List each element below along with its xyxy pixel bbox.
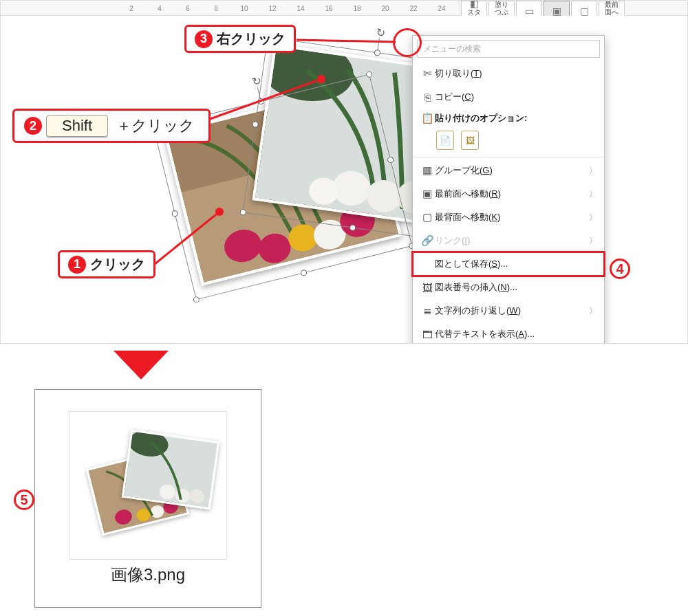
link-icon: 🔗: [420, 234, 435, 247]
callout-dot-shiftclick: [317, 75, 325, 83]
context-menu-search[interactable]: メニューの検索: [417, 40, 600, 58]
step-number-3: 3: [195, 30, 213, 48]
chevron-right-icon: 〉: [585, 188, 597, 200]
step-number-2: 2: [24, 117, 42, 135]
chevron-right-icon: 〉: [585, 165, 597, 177]
bring-front-icon: ▣: [420, 188, 435, 200]
context-insert-caption[interactable]: 🖼 図表番号の挿入(N)...: [413, 276, 604, 299]
copy-icon: ⎘: [420, 91, 435, 103]
step-number-4: 4: [610, 258, 630, 279]
arrow-down-icon: [114, 351, 169, 380]
result-thumbnail-panel: 画像3.png: [34, 389, 261, 608]
chevron-right-icon: 〉: [585, 305, 597, 317]
alt-text-icon: 🗔: [420, 329, 435, 340]
thumbnail-image: [122, 429, 220, 509]
callout-step-2: 2 Shift ＋クリック: [12, 109, 211, 143]
caption-icon: 🖼: [420, 282, 435, 294]
rotate-icon[interactable]: ↻: [250, 75, 263, 88]
main-screenshot: 24 68 1012 1416 1820 2224 26 ◧スタイル ▦塗りつぶ…: [0, 0, 688, 344]
send-back-icon: ▢: [420, 211, 435, 223]
callout-label: 右クリック: [217, 30, 286, 48]
ruler-ticks: 24 68 1012 1416 1820 2224 26: [125, 1, 477, 16]
context-copy[interactable]: ⎘ コピー(C): [413, 85, 604, 109]
context-send-to-back[interactable]: ▢ 最背面へ移動(K) 〉: [413, 206, 604, 229]
step-number-1: 1: [68, 256, 86, 274]
paste-option-keep-source[interactable]: 📄: [436, 131, 454, 150]
callout-label: クリック: [90, 255, 145, 274]
chevron-right-icon: 〉: [585, 212, 597, 223]
context-paste-options-header: 📋 貼り付けのオプション:: [413, 109, 604, 128]
context-save-as-picture[interactable]: 図として保存(S)...: [413, 252, 604, 276]
callout-label: ＋クリック: [116, 116, 195, 136]
keyboard-shift-key: Shift: [46, 115, 108, 137]
context-paste-options: 📄 🖼: [413, 128, 604, 155]
context-bring-to-front[interactable]: ▣ 最前面へ移動(R) 〉: [413, 182, 604, 206]
step-number-5: 5: [14, 490, 34, 510]
callout-step-1: 1 クリック: [58, 250, 155, 278]
file-thumbnail[interactable]: [69, 411, 227, 560]
context-group[interactable]: ▦ グループ化(G) 〉: [413, 159, 604, 182]
paste-icon: 📋: [420, 112, 435, 124]
context-menu: メニューの検索 ✄ 切り取り(T) ⎘ コピー(C) 📋 貼り付けのオプション:…: [412, 35, 605, 344]
context-text-wrapping[interactable]: ≣ 文字列の折り返し(W) 〉: [413, 299, 604, 322]
rotate-icon[interactable]: ↻: [374, 27, 387, 39]
file-name-label: 画像3.png: [111, 564, 185, 586]
callout-dot-click: [215, 208, 224, 216]
context-link: 🔗 リンク(I) 〉: [413, 229, 604, 252]
context-alt-text[interactable]: 🗔 代替テキストを表示(A)...: [413, 322, 604, 344]
chevron-right-icon: 〉: [585, 235, 597, 247]
context-cut[interactable]: ✄ 切り取り(T): [413, 62, 604, 85]
callout-step-3: 3 右クリック: [184, 25, 296, 53]
wrap-icon: ≣: [420, 305, 435, 317]
group-icon: ▦: [420, 164, 435, 177]
cut-icon: ✄: [420, 67, 435, 80]
paste-option-picture[interactable]: 🖼: [461, 131, 479, 150]
callout-target-rightclick: [393, 28, 422, 57]
